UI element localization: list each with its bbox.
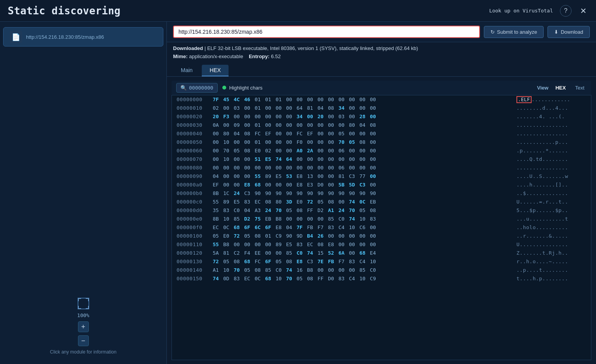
hex-address: 00000130 (177, 259, 211, 264)
hex-byte: FB (327, 259, 335, 264)
zoom-in-button[interactable]: + (78, 321, 89, 332)
hex-byte: 00 (264, 242, 272, 247)
virustotal-link[interactable]: VirusTotal (523, 8, 553, 14)
hex-byte: F3 (222, 114, 230, 119)
zoom-out-button[interactable]: − (78, 335, 89, 346)
tab-hex[interactable]: HEX (202, 65, 229, 76)
hex-byte: 05 (348, 139, 356, 145)
hex-byte: 24 (232, 190, 241, 196)
search-box[interactable]: 🔍 00000000 (176, 83, 218, 93)
hex-byte: 00 (348, 105, 356, 111)
hex-byte: EB (369, 199, 377, 205)
tab-main[interactable]: Main (173, 65, 200, 76)
hex-byte: E4 (369, 250, 377, 256)
submit-to-analyze-button[interactable]: ↻ Submit to analyze (484, 26, 544, 38)
hex-bytes: EC0C686F6C6FE8047FFBF783C410C600 (211, 224, 509, 230)
hex-byte: 8B (211, 190, 220, 196)
hex-byte: 68 (358, 250, 367, 256)
hex-byte: FC (253, 131, 262, 136)
hex-byte: 00 (316, 139, 325, 145)
titlebar: Static discovering Look up on VirusTotal… (0, 0, 596, 22)
hex-byte: 08 (264, 199, 272, 205)
hex-byte: 00 (264, 165, 272, 171)
hex-ascii: ..holo.......... (509, 224, 586, 230)
hex-byte: D0 (316, 182, 325, 188)
hex-byte: 00 (327, 148, 335, 154)
hex-byte: 72 (211, 259, 220, 264)
url-input[interactable] (173, 26, 480, 38)
hex-address: 00000110 (177, 242, 211, 247)
hex-bytes: EF0000E868000000E8E3D0005B5DC300 (211, 182, 509, 188)
table-row: 00000150740D83EC0C6810700508FFD083C410C9… (172, 274, 591, 283)
hex-byte: C0 (337, 216, 346, 222)
hex-byte: 00 (306, 122, 314, 128)
table-row: 000000e08B1085D275EBB80000000085C0741083… (172, 215, 591, 223)
hex-byte: C9 (274, 233, 283, 239)
hex-byte: 00 (327, 122, 335, 128)
hex-byte: 00 (306, 114, 314, 119)
hex-byte: 00 (348, 165, 356, 171)
main-layout: 📄 http://154.216.18.230:85/zmap.x86 100%… (0, 22, 596, 364)
hex-ascii: U............... (509, 242, 586, 247)
hex-address: 00000120 (177, 250, 211, 256)
hex-byte: 00 (232, 156, 241, 162)
hex-byte: C3 (306, 259, 314, 264)
mime-label: Mime: (173, 53, 188, 59)
hex-byte: E5 (264, 156, 272, 162)
separator: | (204, 45, 207, 51)
hex-byte: 89 (264, 173, 272, 179)
hex-byte: 6A (337, 250, 346, 256)
hex-byte: 05 (211, 233, 220, 239)
hex-byte: 6F (264, 224, 272, 230)
hex-byte: 00 (327, 97, 335, 102)
hex-byte: 00 (316, 148, 325, 154)
hex-byte: 00 (274, 131, 283, 136)
hex-content[interactable]: 000000007F454C46010101000000000000000000… (172, 95, 591, 360)
view-hex-option[interactable]: HEX (553, 84, 568, 91)
close-button[interactable]: ✕ (579, 5, 588, 17)
hex-byte: C6 (358, 224, 367, 230)
hex-byte: 70 (232, 267, 241, 273)
hex-bytes: 00800408FCEF0000FCEF000005000000 (211, 131, 509, 136)
hex-byte: 89 (274, 242, 283, 247)
hex-byte: F7 (316, 224, 325, 230)
hex-byte: 00 (243, 242, 251, 247)
hex-byte: 00 (295, 156, 304, 162)
hex-byte: 90 (274, 190, 283, 196)
file-info: Downloaded | ELF 32-bit LSB executable, … (167, 42, 596, 62)
hex-address: 00000020 (177, 114, 211, 119)
hex-byte: 68 (264, 276, 272, 281)
table-row: 000000700010000051E574640000000000000000… (172, 155, 591, 164)
hex-byte: 90 (285, 233, 293, 239)
hex-byte: 00 (316, 131, 325, 136)
hex-bytes: 0A000900010000000000000000800408 (211, 122, 509, 128)
hex-byte: 01 (253, 105, 262, 111)
fullscreen-button[interactable] (78, 298, 89, 309)
highlight-chars-toggle[interactable]: Highlight chars (222, 85, 263, 91)
hex-byte: C2 (232, 250, 241, 256)
sidebar-item-zmap[interactable]: 📄 http://154.216.18.230:85/zmap.x86 (3, 27, 163, 47)
help-button[interactable]: ? (560, 5, 572, 17)
entropy-label: Entropy: (249, 53, 269, 59)
hex-ascii: .ELF............ (509, 96, 586, 103)
hex-byte: 64 (295, 105, 304, 111)
hex-ascii: ....h.......[].. (509, 182, 586, 188)
hex-byte: 3D (285, 199, 293, 205)
hex-byte: 00 (264, 139, 272, 145)
hex-byte: 00 (369, 242, 377, 247)
hex-toolbar: 🔍 00000000 Highlight chars View HEX Text (172, 81, 591, 95)
hex-byte: EE (253, 250, 262, 256)
hex-byte: 00 (243, 105, 251, 111)
hex-bytes: 740D83EC0C6810700508FFD083C410C9 (211, 276, 509, 281)
hex-byte: 51 (253, 156, 262, 162)
view-text-option[interactable]: Text (573, 84, 587, 91)
hex-byte: 00 (316, 156, 325, 162)
download-button[interactable]: ⬇ Download (547, 26, 590, 38)
hex-byte: 74 (274, 156, 283, 162)
hex-bytes: 7F454C46010101000000000000000000 (211, 97, 509, 102)
entropy-value: 6.52 (271, 53, 281, 59)
hex-byte: D2 (316, 207, 325, 213)
hex-byte: 80 (348, 122, 356, 128)
hex-byte: 00 (285, 182, 293, 188)
hex-byte: 00 (337, 156, 346, 162)
